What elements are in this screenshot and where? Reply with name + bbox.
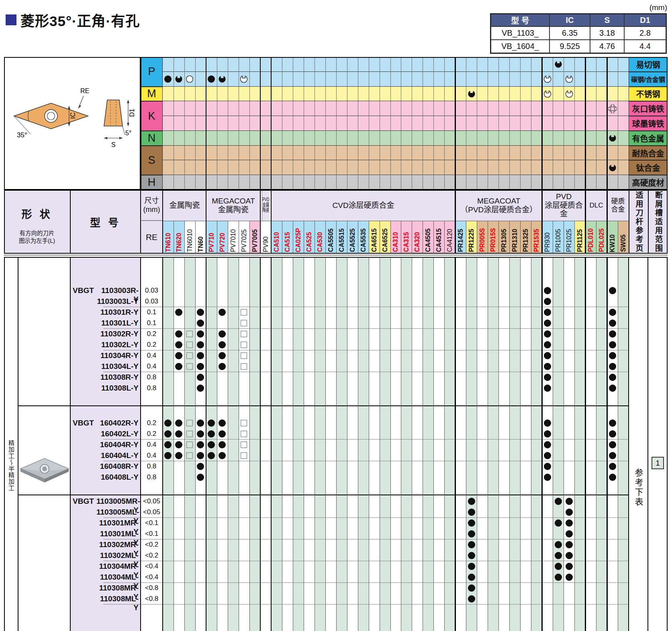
iso-band-gridline [423, 146, 423, 161]
grade-label: CA530 [317, 232, 324, 252]
mark-dot [565, 551, 574, 560]
group-boundary-line [260, 257, 261, 631]
structure-line [140, 257, 141, 631]
iso-band-gridline [184, 116, 185, 131]
model-cell: 110302R-Y [96, 330, 139, 338]
grade-label: CA4120 [446, 229, 453, 252]
iso-band-gridline [282, 101, 282, 116]
iso-band-gridline [509, 146, 510, 161]
mark-dot [608, 340, 617, 349]
column-group-header: DLC [585, 190, 607, 221]
iso-band-gridline [553, 116, 553, 131]
iso-band-gridline [618, 175, 618, 190]
mark-square [185, 362, 194, 371]
iso-band-gridline [358, 160, 358, 175]
iso-band-gridline [553, 175, 553, 190]
grade-label: PDL025 [598, 228, 605, 252]
model-cell: 160408R-Y [96, 462, 139, 471]
iso-band-gridline [433, 131, 434, 146]
iso-band-gridline [380, 87, 380, 102]
iso-band-gridline [564, 131, 564, 146]
material-label: 不锈钢 [629, 87, 668, 102]
iso-band-gridline [380, 116, 380, 131]
re-cell: <0.05 [141, 508, 163, 517]
mark-dot [565, 497, 574, 506]
re-cell: 0.03 [141, 297, 163, 306]
iso-band-gridline [195, 175, 196, 190]
iso-band-gridline [477, 87, 477, 102]
column-gridline [228, 257, 228, 631]
iso-band-gridline [531, 101, 531, 116]
iso-band-gridline [239, 146, 239, 161]
grade-label: CA315 [403, 232, 410, 252]
grade-label: TN620 [176, 233, 183, 252]
iso-band-gridline [293, 87, 293, 102]
re-cell: 0.8 [141, 384, 163, 393]
column-gridline [531, 257, 531, 631]
iso-band-gridline [564, 101, 564, 116]
mark-dot [608, 451, 617, 460]
iso-band-gridline [369, 160, 369, 175]
iso-band-gridline [325, 175, 326, 190]
iso-band-gridline [304, 146, 304, 161]
iso-band-gridline [509, 101, 510, 116]
iso-band-gridline [423, 101, 423, 116]
grade-column-header-PDL010: PDL010 [585, 221, 596, 254]
unit-label: (mm) [650, 3, 667, 12]
mark-dot [196, 330, 205, 338]
material-label: 球墨铸铁 [629, 116, 668, 131]
grade-label: PR930 [544, 232, 551, 252]
iso-band-gridline [239, 175, 239, 190]
iso-band-gridline [390, 57, 391, 72]
pair-separator [103, 307, 629, 307]
mark-open-notched [565, 90, 574, 98]
group-boundary-line [206, 190, 207, 254]
grade-column-header-CA510: CA510 [271, 221, 282, 254]
grade-column-header-PV90: PV90 [260, 221, 271, 254]
mark-dot [467, 529, 476, 538]
grade-label: PV7010 [230, 229, 237, 252]
iso-band-gridline [228, 116, 228, 131]
iso-band-gridline [520, 57, 521, 72]
grade-column-tint [444, 257, 455, 631]
mark-dot [543, 429, 552, 438]
iso-band-gridline [195, 87, 196, 102]
column-gridline [564, 257, 564, 631]
iso-band-gridline [466, 87, 466, 102]
mark-dot [543, 440, 552, 449]
grade-column-tint [401, 257, 412, 631]
iso-band-gridline [195, 101, 196, 116]
mark-dot [207, 440, 216, 449]
pair-separator [103, 461, 629, 461]
column-group-header: PVD 金属陶瓷 [262, 190, 270, 221]
grade-label: CA515 [284, 232, 291, 252]
iso-band-gridline [369, 146, 369, 161]
iso-band-gridline [444, 131, 445, 146]
dimension-table-row: VB_1103_ 6.35 3.18 2.8 [491, 26, 666, 40]
model-prefix: VBGT [73, 419, 97, 427]
iso-band-gridline [369, 57, 369, 72]
iso-band-gridline [466, 57, 466, 72]
double-rule [4, 255, 668, 255]
grade-column-header-PR1310: PR1310 [509, 221, 520, 254]
iso-band-gridline [574, 175, 575, 190]
column-gridline [488, 257, 488, 631]
mark-notched [554, 60, 563, 69]
iso-band-gridline [228, 72, 228, 87]
iso-band-gridline [304, 131, 304, 146]
grade-label: PR1125 [576, 229, 584, 252]
iso-band-gridline [304, 101, 304, 116]
iso-band-gridline [282, 146, 282, 161]
mark-dot [218, 440, 227, 449]
mark-dot [196, 319, 205, 328]
model-cell: 110301L-Y [96, 319, 139, 328]
column-gridline [466, 257, 466, 631]
iso-band-gridline [444, 175, 445, 190]
iso-band-gridline [520, 146, 521, 161]
iso-band-gridline [520, 87, 521, 102]
iso-band-gridline [531, 57, 531, 72]
grade-label: CA6515 [371, 228, 378, 252]
column-group-header: MEGACOAT （PVD涂层硬质合金） [455, 190, 542, 221]
pair-separator [103, 539, 629, 539]
dim-cell: 9.525 [549, 40, 590, 53]
